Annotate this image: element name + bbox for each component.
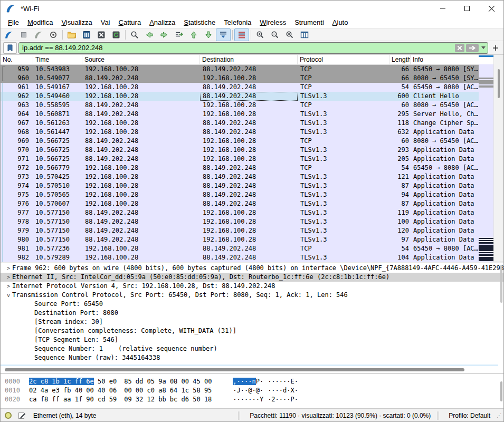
cell-length[interactable]: 205 [389,155,411,164]
packet-row[interactable]: 981 10.577236 192.168.100.28 88.149.202.… [1,244,480,253]
cell-info[interactable]: 65450 → 8080 [AC… [411,164,480,172]
go-back-button[interactable] [142,28,157,41]
cell-time[interactable]: 10.570607 [33,199,82,208]
cell-source[interactable]: 192.168.100.28 [82,164,200,172]
detail-row[interactable]: v Transmission Control Protocol, Src Por… [1,291,503,300]
cell-length[interactable]: 54 [389,164,411,172]
cell-length[interactable]: 120 [389,226,411,235]
menu-item[interactable]: File [4,17,23,27]
cell-source[interactable]: 192.168.100.28 [82,181,200,190]
cell-time[interactable]: 10.570425 [33,172,82,181]
ascii-group1[interactable]: ·······Y [233,395,263,404]
start-capture-button[interactable] [2,28,16,41]
zoom-original-button[interactable] [282,28,297,41]
cell-length[interactable]: 87 [389,199,411,208]
packet-row[interactable]: 963 10.558595 88.149.202.248 192.168.100… [1,101,480,110]
cell-destination[interactable]: 88.149.202.248 [200,172,298,181]
cell-destination[interactable]: 88.149.202.248 [200,119,298,128]
cell-no[interactable]: 963 [6,101,33,110]
cell-info[interactable]: Change Cipher Sp… [411,119,480,128]
cell-time[interactable]: 10.566725 [33,155,82,164]
column-header-no[interactable]: No. [1,55,33,64]
cell-protocol[interactable]: TLSv1.3 [298,226,389,235]
cell-protocol[interactable]: TLSv1.3 [298,128,389,137]
scrollbar-thumb[interactable] [498,69,500,98]
packet-list-scrollbar[interactable] [493,55,503,262]
display-filter-input[interactable]: ip.addr == 88.149.202.248 [18,42,488,54]
cell-info[interactable]: Application Data [411,235,480,244]
cell-protocol[interactable]: TLSv1.3 [298,199,389,208]
ascii-group2[interactable]: ····d·X· [268,386,298,395]
packet-row[interactable]: 980 10.577150 88.149.202.248 192.168.100… [1,235,480,244]
restart-capture-button[interactable] [31,28,46,41]
menu-item[interactable]: Modifica [23,17,57,27]
cell-destination[interactable]: 88.149.202.248 [200,164,298,172]
go-to-packet-button[interactable] [172,28,186,41]
packet-row[interactable]: 959 10.543983 192.168.100.28 88.149.202.… [1,65,480,74]
minimize-button[interactable] [431,1,455,16]
cell-no[interactable]: 968 [6,128,33,137]
expander-icon[interactable]: > [5,273,12,282]
cell-protocol[interactable]: TLSv1.3 [298,208,389,217]
details-vertical-scrollbar[interactable] [500,265,502,303]
cell-length[interactable]: 104 [389,253,411,262]
cell-info[interactable]: Application Data [411,128,480,137]
cell-destination[interactable]: 192.168.100.28 [200,146,298,155]
cell-no[interactable]: 976 [6,199,33,208]
filter-bookmark-button[interactable] [3,42,17,54]
cell-length[interactable]: 54 [389,244,411,253]
cell-protocol[interactable]: TCP [298,137,389,146]
cell-no[interactable]: 970 [6,146,33,155]
ascii-group1[interactable]: ,····nP· [233,377,263,386]
hex-bytes[interactable]: ca f8 ff aa 1f 90 cd 59 [29,396,117,403]
cell-time[interactable]: 10.566779 [33,164,82,172]
cell-destination[interactable]: 192.168.100.28 [200,235,298,244]
cell-time[interactable]: 10.566725 [33,137,82,146]
ascii-text[interactable]: ·J··@·@· [233,387,263,394]
detail-row[interactable]: [Conversation completeness: Complete, WI… [1,327,503,335]
cell-source[interactable]: 88.149.202.248 [82,208,200,217]
ascii-group2[interactable]: ·2····P· [268,395,298,404]
cell-length[interactable]: 54 [389,83,411,92]
menu-item[interactable]: Vai [97,17,115,27]
cell-info[interactable]: 65450 → 8080 [SY… [411,65,480,74]
cell-source[interactable]: 88.149.202.248 [82,101,200,110]
cell-destination[interactable]: 88.149.202.248 [200,199,298,208]
cell-source[interactable]: 192.168.100.28 [82,190,200,199]
ascii-text[interactable]: ·······Y [233,396,263,403]
detail-row[interactable]: Sequence Number (raw): 3445164338 [1,353,503,362]
column-header-source[interactable]: Source [82,55,200,64]
detail-text[interactable]: Sequence Number (raw): 3445164338 [34,353,160,362]
hex-bytes[interactable]: 02 4a e3 fb 40 00 40 06 [29,387,117,394]
cell-source[interactable]: 88.149.202.248 [82,146,200,155]
packet-row[interactable]: 977 10.577150 88.149.202.248 192.168.100… [1,208,480,217]
packet-row[interactable]: 964 10.560871 88.149.202.248 192.168.100… [1,110,480,119]
selected-ascii[interactable]: ,····n [233,378,255,385]
cell-info[interactable]: Application Data [411,146,480,155]
menu-item[interactable]: Telefonia [220,17,255,27]
cell-destination[interactable]: 192.168.100.28 [200,226,298,235]
expander-icon[interactable]: v [5,291,12,300]
cell-info[interactable]: Server Hello, Ch… [411,110,480,119]
column-header-destination[interactable]: Destination [200,55,298,64]
close-button[interactable] [479,1,503,16]
zoom-in-button[interactable] [253,28,268,41]
menu-item[interactable]: Cattura [115,17,146,27]
expander-icon[interactable]: > [5,282,12,291]
detail-row[interactable]: [Stream index: 30] [1,318,503,327]
packet-row[interactable]: 962 10.549460 192.168.100.28 88.149.202.… [1,92,480,101]
expander-icon[interactable]: > [5,264,12,273]
cell-no[interactable]: 979 [6,226,33,235]
cell-protocol[interactable]: TLSv1.3 [298,190,389,199]
packet-row[interactable]: 974 10.570510 192.168.100.28 88.149.202.… [1,181,480,190]
cell-no[interactable]: 977 [6,208,33,217]
cell-length[interactable]: 94 [389,190,411,199]
detail-text[interactable]: Ethernet II, Src: IntelCor_dd:05:9a (50:… [12,273,389,282]
cell-protocol[interactable]: TCP [298,83,389,92]
hex-bytes-group2[interactable]: 85 dd 05 9a 08 00 45 00 [124,377,212,386]
detail-text[interactable]: Source Port: 65450 [34,300,103,309]
profile-label[interactable]: Profilo: Default [449,412,490,419]
cell-protocol[interactable]: TCP [298,101,389,110]
hex-row[interactable]: 0000 2c c8 1b 1c ff 6e 50 e0 85 dd 05 9a… [1,377,503,386]
cell-destination[interactable]: 88.149.202.248 [200,128,298,137]
